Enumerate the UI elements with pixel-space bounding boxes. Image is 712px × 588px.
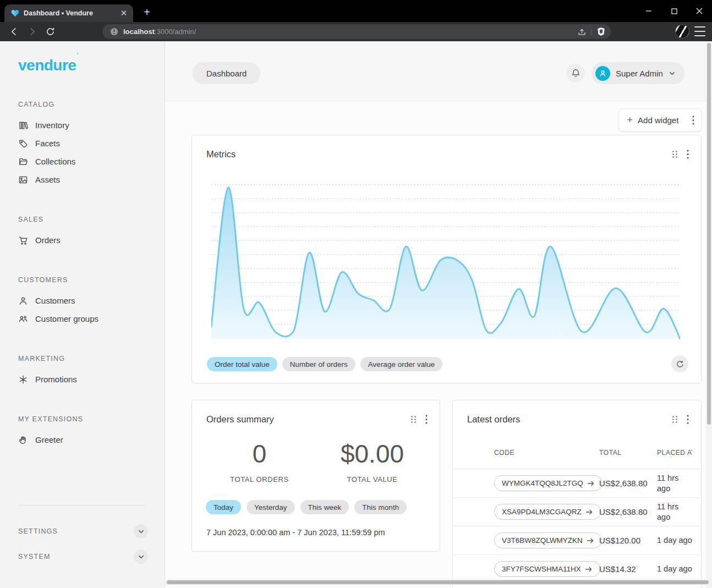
latest-orders-table: CODETOTALPLACED AT WYMGK4TQQ8JL2TGQUS$2,…: [453, 449, 701, 584]
vendure-heart-icon: [11, 9, 19, 17]
order-placed-at: 1 day ago: [657, 564, 692, 574]
sidebar-item-customer-groups[interactable]: Customer groups: [18, 310, 165, 328]
share-icon[interactable]: [577, 28, 587, 36]
drag-handle-icon[interactable]: [410, 415, 417, 424]
sidebar-divider: [18, 505, 145, 505]
column-header-code: CODE: [494, 449, 599, 457]
tab-close-icon[interactable]: ✕: [119, 8, 129, 18]
sidebar-item-greeter[interactable]: Greeter: [18, 431, 165, 449]
window-close-button[interactable]: [687, 0, 712, 22]
latest-orders-title: Latest orders: [467, 414, 672, 425]
new-tab-button[interactable]: +: [140, 6, 154, 20]
total-orders-value: 0: [203, 439, 316, 469]
chevron-down-icon[interactable]: [134, 549, 148, 564]
bell-icon: [571, 68, 581, 79]
sidebar-item-collections[interactable]: Collections: [18, 152, 165, 171]
browser-profile-avatar[interactable]: [675, 24, 689, 39]
sidebar-item-customers[interactable]: Customers: [18, 292, 165, 310]
browser-window: Dashboard • Vendure ✕ + localhost:3000/a…: [0, 0, 712, 588]
sidebar-item-promotions[interactable]: Promotions: [18, 370, 165, 388]
range-chip-yesterday[interactable]: Yesterday: [247, 500, 295, 514]
vertical-scrollbar[interactable]: [706, 41, 712, 588]
range-chip-today[interactable]: Today: [206, 500, 241, 514]
brave-shield-icon[interactable]: [597, 27, 605, 36]
user-avatar-icon: [595, 66, 610, 81]
sidebar-item-assets[interactable]: Assets: [18, 171, 165, 189]
order-code-button[interactable]: WYMGK4TQQ8JL2TGQ: [494, 475, 603, 491]
metric-tab-average-order-value[interactable]: Average order value: [360, 357, 442, 371]
browser-menu-icon[interactable]: [694, 26, 705, 36]
sidebar-item-inventory[interactable]: Inventory: [18, 116, 165, 134]
tab-title: Dashboard • Vendure: [24, 9, 119, 17]
sidebar-item-label: Assets: [35, 175, 60, 184]
order-total: US$14.32: [599, 564, 657, 574]
range-chip-this-week[interactable]: This week: [300, 500, 349, 514]
sidebar-item-label: Collections: [35, 157, 75, 166]
browser-titlebar: Dashboard • Vendure ✕ +: [0, 0, 712, 22]
browser-tab[interactable]: Dashboard • Vendure ✕: [4, 4, 133, 22]
order-code: V3T6BW8ZQLWMYZKN: [502, 536, 583, 545]
folder-icon: [18, 157, 28, 167]
latest-orders-widget: Latest orders CODETOTALPLACED AT WYMGK4T…: [452, 400, 702, 588]
sidebar-item-facets[interactable]: Facets: [18, 134, 165, 152]
sidebar-section-customers: CUSTOMERSCustomersCustomer groups: [18, 276, 165, 328]
address-bar[interactable]: localhost:3000/admin/ |: [102, 24, 611, 39]
sidebar-section-settings-toggle[interactable]: SETTINGS: [18, 522, 148, 541]
section-header: SYSTEM: [18, 553, 51, 560]
order-row: V3T6BW8ZQLWMYZKNUS$120.001 day ago: [453, 526, 701, 555]
url-text: localhost:3000/admin/: [123, 28, 577, 36]
sidebar-item-label: Orders: [35, 235, 61, 245]
add-widget-label: Add widget: [638, 116, 692, 125]
order-total: US$2,638.80: [599, 479, 657, 488]
metric-tab-order-total-value[interactable]: Order total value: [207, 357, 277, 371]
metric-tab-number-of-orders[interactable]: Number of orders: [282, 357, 355, 371]
page-header: Dashboard Super Admin: [166, 41, 712, 102]
add-widget-button[interactable]: + Add widget: [618, 108, 702, 131]
user-menu-button[interactable]: Super Admin: [591, 62, 684, 84]
sidebar-item-orders[interactable]: Orders: [18, 231, 165, 249]
arrow-right-icon: [585, 509, 593, 515]
app-viewport: vendureʼ CATALOGInventoryFacetsCollectio…: [0, 41, 712, 588]
breadcrumb-dashboard-button[interactable]: Dashboard: [193, 62, 260, 84]
back-button[interactable]: [6, 24, 22, 40]
horizontal-scrollbar[interactable]: [166, 579, 712, 585]
refresh-button[interactable]: [671, 355, 688, 372]
sidebar-item-label: Greeter: [35, 435, 63, 444]
range-chip-this-month[interactable]: This month: [354, 500, 407, 514]
section-header: MARKETING: [18, 355, 165, 364]
widget-kebab-icon[interactable]: [687, 415, 689, 424]
sidebar-item-label: Facets: [35, 139, 60, 148]
browser-toolbar: localhost:3000/admin/ |: [0, 22, 712, 41]
order-code-button[interactable]: V3T6BW8ZQLWMYZKN: [494, 532, 602, 548]
horizontal-scrollbar-thumb[interactable]: [167, 580, 709, 584]
order-row: XSA9PD4LM3CGAQRZUS$2,638.8011 hrs ago: [453, 498, 701, 526]
add-widget-kebab-icon[interactable]: [692, 116, 694, 125]
widget-kebab-icon[interactable]: [425, 415, 428, 424]
site-info-icon[interactable]: [110, 28, 118, 36]
sidebar-section-system-toggle[interactable]: SYSTEM: [18, 547, 148, 566]
chevron-down-icon[interactable]: [134, 524, 148, 538]
drag-handle-icon[interactable]: [672, 150, 678, 158]
reload-button[interactable]: [42, 24, 58, 40]
hand-icon: [18, 435, 28, 445]
toolbar-separator: |: [591, 28, 593, 36]
order-code-button[interactable]: 3FY7FSCWSHMA11HX: [494, 561, 600, 577]
order-code-button[interactable]: XSA9PD4LM3CGAQRZ: [494, 504, 601, 520]
total-orders-label: TOTAL ORDERS: [203, 475, 316, 483]
forward-button[interactable]: [24, 24, 40, 40]
orders-summary-widget: Orders summary 0 TOTAL ORDERS $0.00 TOTA…: [191, 400, 440, 552]
tag-icon: [18, 139, 28, 149]
vertical-scrollbar-thumb[interactable]: [707, 43, 711, 425]
cart-icon: [18, 235, 28, 245]
inventory-icon: [18, 120, 28, 130]
sidebar-item-label: Inventory: [35, 120, 69, 130]
vendure-logo[interactable]: vendureʼ: [18, 57, 165, 75]
notifications-button[interactable]: [566, 64, 585, 83]
window-minimize-button[interactable]: [636, 0, 661, 22]
metrics-widget: Metrics Order total valueNumber of order…: [191, 135, 702, 383]
arrow-right-icon: [587, 537, 594, 544]
window-maximize-button[interactable]: [661, 0, 687, 22]
users-icon: [18, 314, 28, 324]
drag-handle-icon[interactable]: [672, 415, 678, 424]
widget-kebab-icon[interactable]: [687, 150, 689, 159]
